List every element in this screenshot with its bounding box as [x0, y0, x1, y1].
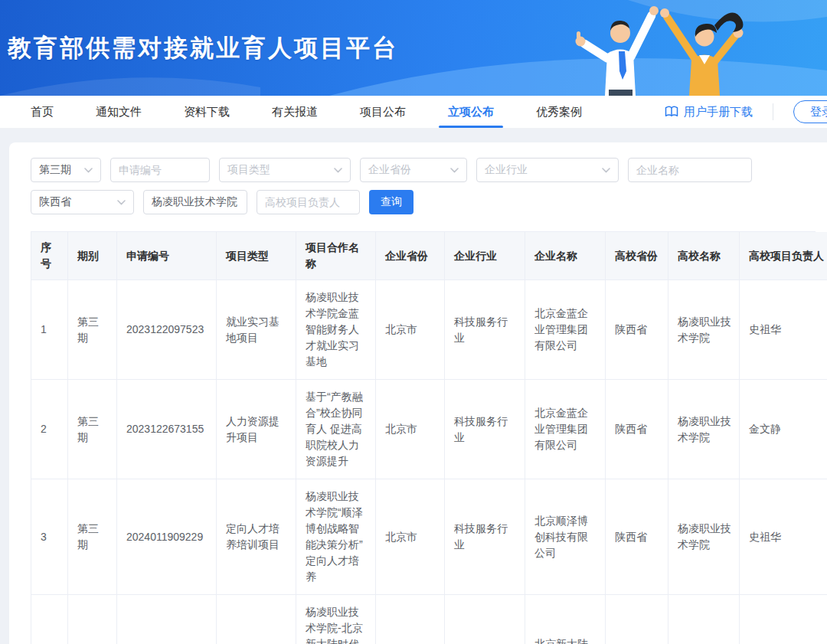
column-header: 高校省份 [606, 232, 668, 280]
table-cell: 史祖华 [740, 280, 827, 380]
column-header: 序号 [31, 232, 68, 280]
nav-item-5[interactable]: 立项公布 [448, 96, 494, 128]
table-cell: 北京顺泽博创科技有限公司 [525, 479, 606, 595]
table-cell: 第三期 [68, 280, 117, 380]
table-cell: 杨凌职业技术学院 [668, 280, 740, 380]
table-cell: 2023122097523 [117, 280, 217, 380]
chevron-down-icon [602, 168, 610, 173]
table-cell: 4 [31, 595, 68, 644]
nav-item-3[interactable]: 有关报道 [272, 96, 318, 128]
main-nav: 首页通知文件资料下载有关报道项目公布立项公布优秀案例 用户手册下载 登录 [0, 96, 827, 129]
table-cell: 陕西省 [606, 595, 668, 644]
table-cell: 基于“产教融合”校企协同育人 促进高职院校人力资源提升 [296, 380, 376, 479]
period-select[interactable]: 第三期 [31, 158, 101, 182]
table-cell: 陕西省 [606, 380, 668, 479]
apply-no-input[interactable] [119, 159, 201, 181]
company-name-field-wrap [628, 158, 752, 182]
table-cell: 杨凌职业技术学院-北京新大陆时代科技有限公司物联网及人工智能方向人才培养 [296, 595, 376, 644]
school-leader-field-wrap [257, 190, 360, 214]
table-header-row: 序号期别申请编号项目类型项目合作名称企业省份企业行业企业名称高校省份高校名称高校… [31, 232, 816, 280]
column-header: 高校项目负责人 [740, 232, 827, 280]
table-cell: 北京金蓝企业管理集团有限公司 [525, 280, 606, 380]
school-province-select[interactable]: 陕西省 [31, 190, 134, 214]
nav-item-4[interactable]: 项目公布 [360, 96, 406, 128]
chevron-down-icon [334, 168, 342, 173]
table-row: 4第三期2023122905190定向人才培养培训项目杨凌职业技术学院-北京新大… [31, 595, 816, 644]
table-cell: 第三期 [68, 380, 117, 479]
table-cell: 科技服务行业 [445, 380, 525, 479]
table-cell: 杨凌职业技术学院“顺泽博创战略智能决策分析”定向人才培养 [296, 479, 376, 595]
company-province-placeholder: 企业省份 [368, 163, 411, 177]
chevron-down-icon [450, 168, 459, 173]
table-cell: 杨凌职业技术学院金蓝智能财务人才就业实习基地 [296, 280, 376, 380]
table-cell: 科技服务行业 [445, 595, 525, 644]
table-cell: 科技服务行业 [445, 280, 525, 380]
school-leader-input[interactable] [265, 191, 351, 214]
table-cell: 北京市 [376, 380, 445, 479]
table-cell: 科技服务行业 [445, 479, 525, 595]
nav-items: 首页通知文件资料下载有关报道项目公布立项公布优秀案例 [31, 96, 582, 128]
nav-item-2[interactable]: 资料下载 [184, 96, 230, 128]
column-header: 高校名称 [668, 232, 740, 280]
book-icon [665, 106, 678, 118]
table-cell: 2 [31, 380, 68, 479]
table-cell: 福建省 [376, 595, 445, 644]
table-cell: 杨凌职业技术学院 [668, 380, 740, 479]
company-province-select[interactable]: 企业省份 [360, 158, 467, 182]
filter-row-2: 陕西省 查询 [31, 190, 827, 214]
table-cell: 陕西省 [606, 280, 668, 380]
nav-divider [773, 103, 773, 120]
nav-item-1[interactable]: 通知文件 [96, 96, 142, 128]
projects-table: 序号期别申请编号项目类型项目合作名称企业省份企业行业企业名称高校省份高校名称高校… [31, 231, 816, 644]
table-cell: 第三期 [68, 595, 117, 644]
company-industry-select[interactable]: 企业行业 [476, 158, 619, 182]
nav-item-0[interactable]: 首页 [31, 96, 54, 128]
project-type-placeholder: 项目类型 [227, 163, 270, 177]
table-cell: 1 [31, 280, 68, 380]
people-highfive-illustration [540, 0, 785, 96]
table-row: 3第三期2024011909229定向人才培养培训项目杨凌职业技术学院“顺泽博创… [31, 479, 816, 595]
table-cell: 北京金蓝企业管理集团有限公司 [525, 380, 606, 479]
table-cell: 金文静 [740, 380, 827, 479]
table-cell: 北京市 [376, 479, 445, 595]
company-industry-placeholder: 企业行业 [485, 163, 528, 177]
table-cell: 定向人才培养培训项目 [217, 595, 296, 644]
table-cell: 2023122673155 [117, 380, 217, 479]
column-header: 项目类型 [217, 232, 296, 280]
table-cell: 人力资源提升项目 [217, 380, 296, 479]
user-manual-download-link[interactable]: 用户手册下载 [665, 105, 753, 119]
table-cell: 3 [31, 479, 68, 595]
table-cell: 胡启迪 [740, 595, 827, 644]
table-cell: 史祖华 [740, 479, 827, 595]
table-cell: 就业实习基地项目 [217, 280, 296, 380]
column-header: 企业省份 [376, 232, 445, 280]
period-select-value: 第三期 [39, 163, 71, 177]
column-header: 申请编号 [117, 232, 217, 280]
chevron-down-icon [117, 200, 126, 205]
table-row: 2第三期2023122673155人力资源提升项目基于“产教融合”校企协同育人 … [31, 380, 816, 479]
column-header: 项目合作名称 [296, 232, 376, 280]
table-cell: 陕西省 [606, 479, 668, 595]
table-cell: 定向人才培养培训项目 [217, 479, 296, 595]
page-title: 教育部供需对接就业育人项目平台 [8, 32, 398, 64]
table-cell: 第三期 [68, 479, 117, 595]
filter-row-1: 第三期 项目类型 企业省份 企业行业 [31, 158, 827, 182]
search-button[interactable]: 查询 [369, 190, 414, 214]
content-area: 第三期 项目类型 企业省份 企业行业 [0, 129, 827, 644]
school-province-value: 陕西省 [39, 195, 71, 209]
table-cell: 北京新大陆时代科技有限公司 [525, 595, 606, 644]
apply-no-field-wrap [110, 158, 210, 182]
column-header: 企业行业 [445, 232, 525, 280]
login-button[interactable]: 登录 [793, 100, 827, 123]
company-name-input[interactable] [636, 159, 744, 181]
school-name-field-wrap [143, 190, 247, 214]
table-body: 1第三期2023122097523就业实习基地项目杨凌职业技术学院金蓝智能财务人… [31, 280, 816, 644]
school-name-input[interactable] [152, 191, 239, 214]
chevron-down-icon [84, 168, 93, 173]
table-cell: 杨凌职业技术学院 [668, 595, 740, 644]
banner: 教育部供需对接就业育人项目平台 [0, 0, 827, 96]
nav-item-6[interactable]: 优秀案例 [536, 96, 582, 128]
project-type-select[interactable]: 项目类型 [219, 158, 351, 182]
content-card: 第三期 项目类型 企业省份 企业行业 [9, 142, 827, 644]
table-cell: 北京市 [376, 280, 445, 380]
